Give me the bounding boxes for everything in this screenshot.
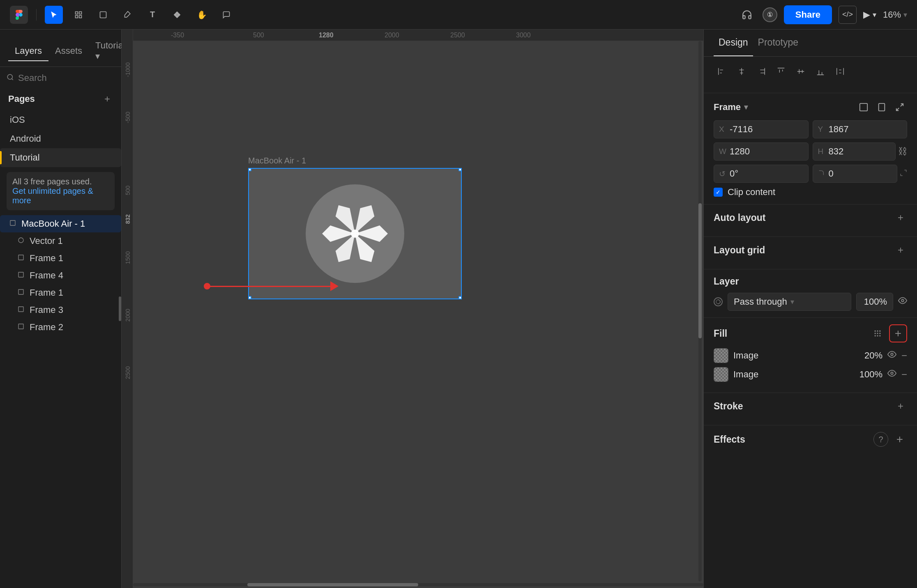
add-stroke-button[interactable]: + bbox=[894, 400, 907, 413]
svg-point-26 bbox=[875, 335, 876, 336]
fill-visibility-1[interactable] bbox=[887, 350, 896, 361]
layer-item-frame4[interactable]: Frame 4 bbox=[0, 267, 121, 284]
canvas-frame[interactable]: MacBook Air - 1 bbox=[248, 156, 462, 299]
arrow-annotation bbox=[207, 281, 339, 291]
svg-rect-4 bbox=[100, 11, 106, 18]
canvas-area[interactable]: -350 500 1280 2000 2500 3000 -1000 -500 … bbox=[122, 30, 703, 588]
add-auto-layout-button[interactable]: + bbox=[894, 211, 907, 224]
x-input[interactable]: X -7116 bbox=[714, 120, 809, 138]
handle-br[interactable] bbox=[458, 296, 462, 299]
canvas-content[interactable]: MacBook Air - 1 bbox=[133, 41, 703, 588]
h-input[interactable]: H 832 bbox=[813, 142, 896, 161]
clip-content-row: ✓ Clip content bbox=[714, 187, 907, 198]
fill-opacity-2[interactable]: 100% bbox=[859, 369, 882, 380]
fill-visibility-2[interactable] bbox=[887, 369, 896, 380]
tab-prototype[interactable]: Prototype bbox=[753, 30, 803, 56]
rotation-input[interactable]: ↺ 0° bbox=[714, 165, 809, 183]
shapes-tool[interactable] bbox=[94, 6, 112, 24]
remove-fill-2-button[interactable]: − bbox=[901, 369, 907, 380]
sidebar-scroll-handle[interactable] bbox=[119, 296, 121, 321]
arrow-line bbox=[207, 286, 330, 287]
tab-assets[interactable]: Assets bbox=[48, 41, 89, 61]
components-tool[interactable] bbox=[168, 6, 186, 24]
fill-label-2: Image bbox=[733, 369, 855, 380]
share-button[interactable]: Share bbox=[784, 5, 832, 24]
svg-rect-14 bbox=[860, 103, 867, 111]
y-input[interactable]: Y 1867 bbox=[813, 120, 908, 138]
constrain-proportions-button[interactable]: ⛓ bbox=[898, 146, 907, 157]
comment-tool[interactable] bbox=[217, 6, 235, 24]
search-input[interactable] bbox=[18, 73, 131, 83]
text-tool[interactable]: T bbox=[143, 6, 161, 24]
stroke-section: Stroke + bbox=[704, 393, 917, 425]
handle-bl[interactable] bbox=[248, 296, 251, 299]
layer-item-frame3[interactable]: Frame 3 bbox=[0, 301, 121, 319]
upgrade-link[interactable]: Get unlimited pages & more bbox=[12, 186, 93, 205]
add-fill-button[interactable]: + bbox=[889, 324, 907, 342]
tab-design[interactable]: Design bbox=[714, 30, 753, 56]
tab-layers[interactable]: Layers bbox=[8, 41, 48, 61]
layer-item-frame2[interactable]: Frame 2 bbox=[0, 319, 121, 336]
fill-section: Fill + bbox=[704, 318, 917, 393]
effects-help-button[interactable]: ? bbox=[873, 432, 888, 447]
frame-view-icon[interactable] bbox=[856, 100, 871, 115]
pen-tool[interactable] bbox=[119, 6, 137, 24]
frame-tool[interactable] bbox=[69, 6, 88, 24]
auto-layout-header: Auto layout + bbox=[714, 211, 907, 224]
align-center-h-button[interactable] bbox=[733, 63, 750, 80]
svg-line-16 bbox=[901, 104, 903, 106]
sidebar-tabs: Layers Assets Tutorial ▾ bbox=[0, 30, 121, 67]
play-button[interactable]: ▶ ▾ bbox=[863, 9, 876, 20]
add-page-button[interactable]: + bbox=[101, 93, 113, 105]
w-input[interactable]: W 1280 bbox=[714, 142, 809, 161]
corner-expand-button[interactable] bbox=[900, 168, 907, 179]
align-top-button[interactable] bbox=[773, 63, 789, 80]
app-logo[interactable] bbox=[10, 6, 28, 24]
pages-list: iOS Android Tutorial bbox=[0, 109, 121, 169]
layer-item-vector1[interactable]: Vector 1 bbox=[0, 232, 121, 250]
frame-tablet-icon[interactable] bbox=[874, 100, 889, 115]
add-layout-grid-button[interactable]: + bbox=[894, 243, 907, 257]
frame-type-label[interactable]: Frame ▾ bbox=[714, 102, 748, 113]
canvas-frame-box[interactable]: 1280 × 832 bbox=[248, 168, 462, 299]
layer-visibility-toggle[interactable] bbox=[898, 296, 907, 308]
align-center-v-button[interactable] bbox=[793, 63, 809, 80]
present-icon[interactable] bbox=[738, 6, 756, 24]
fill-swatch-2[interactable] bbox=[714, 367, 728, 382]
add-effect-button[interactable]: + bbox=[892, 432, 907, 447]
hand-tool[interactable]: ✋ bbox=[193, 6, 211, 24]
remove-fill-1-button[interactable]: − bbox=[901, 350, 907, 361]
stroke-section-header: Stroke + bbox=[714, 400, 907, 413]
zoom-level[interactable]: 16% ▾ bbox=[883, 9, 907, 20]
align-bottom-button[interactable] bbox=[812, 63, 829, 80]
align-right-button[interactable] bbox=[753, 63, 770, 80]
code-button[interactable]: </> bbox=[839, 6, 857, 24]
fill-swatch-1[interactable] bbox=[714, 348, 728, 363]
canvas-scroll-v-thumb bbox=[698, 203, 702, 338]
svg-rect-6 bbox=[10, 220, 15, 225]
distribute-h-button[interactable] bbox=[832, 63, 848, 80]
layer-item-frame1a[interactable]: Frame 1 bbox=[0, 250, 121, 267]
select-tool[interactable] bbox=[45, 6, 63, 24]
canvas-scroll-vertical[interactable] bbox=[698, 41, 702, 581]
align-left-button[interactable] bbox=[714, 63, 730, 80]
fill-opacity-1[interactable]: 20% bbox=[862, 350, 882, 361]
opacity-input[interactable]: 100% bbox=[856, 293, 893, 311]
right-panel: Design Prototype bbox=[703, 30, 917, 588]
blend-mode-select[interactable]: Pass through ▾ bbox=[728, 293, 851, 311]
corner-radius-input[interactable]: 0 bbox=[813, 165, 898, 183]
page-item-ios[interactable]: iOS bbox=[0, 110, 121, 129]
handle-tl[interactable] bbox=[248, 168, 251, 171]
layer-item-macbook[interactable]: MacBook Air - 1 bbox=[0, 215, 121, 232]
canvas-scroll-horizontal[interactable] bbox=[133, 583, 703, 586]
handle-tr[interactable] bbox=[458, 168, 462, 171]
layer-item-frame1b[interactable]: Frame 1 bbox=[0, 284, 121, 301]
left-sidebar: Layers Assets Tutorial ▾ Pages + iOS And… bbox=[0, 30, 122, 588]
search-icon bbox=[7, 74, 14, 83]
fill-options-button[interactable] bbox=[871, 327, 884, 340]
frame-expand-icon[interactable] bbox=[892, 100, 907, 115]
clip-content-checkbox[interactable]: ✓ bbox=[714, 188, 723, 197]
page-item-tutorial[interactable]: Tutorial bbox=[0, 148, 121, 167]
page-item-android[interactable]: Android bbox=[0, 129, 121, 148]
blend-chevron: ▾ bbox=[790, 297, 794, 306]
